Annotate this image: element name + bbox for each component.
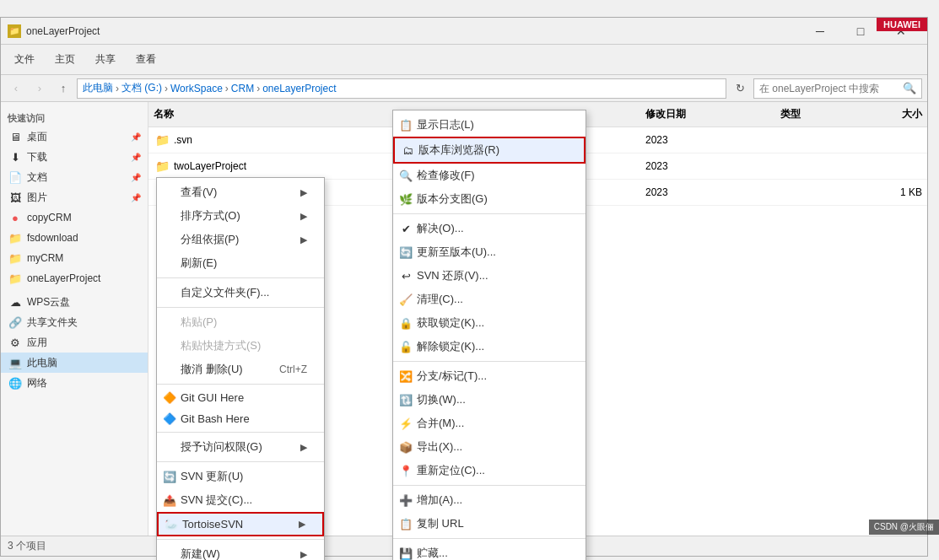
menu-item-refresh[interactable]: 刷新(E): [157, 251, 324, 275]
csdn-badge: CSDN @火眼俪: [869, 520, 939, 535]
new-arrow: ▶: [300, 549, 307, 560]
ribbon-tab-home[interactable]: 主页: [45, 49, 85, 70]
sidebar-item-shared[interactable]: 🔗 共享文件夹: [1, 312, 148, 332]
svn-menu-repobrowser[interactable]: 🗂 版本库浏览器(R): [393, 137, 586, 164]
svn-menu-checkmod[interactable]: 🔍 检查修改(F): [393, 164, 586, 187]
refresh-icon: [162, 256, 177, 271]
sidebar-item-documents[interactable]: 📄 文档 📌: [1, 167, 148, 187]
group-arrow: ▶: [300, 234, 307, 245]
menu-item-new[interactable]: 新建(W) ▶: [157, 542, 324, 560]
menu-item-svncommit[interactable]: 📤 SVN 提交(C)...: [157, 488, 324, 512]
svn-menu-cleanup[interactable]: 🧹 清理(C)...: [393, 288, 586, 311]
header-date[interactable]: 修改日期: [640, 105, 775, 123]
sidebar-label-copycrm: copyCRM: [27, 212, 72, 223]
sep3: ›: [225, 83, 229, 94]
menu-item-undo[interactable]: 撤消 删除(U) Ctrl+Z: [157, 358, 324, 381]
menu-item-access[interactable]: 授予访问权限(G) ▶: [157, 435, 324, 459]
svn-menu-revert[interactable]: ↩ SVN 还原(V)...: [393, 264, 586, 288]
pin-icon-desktop: 📌: [131, 132, 141, 142]
svn-menu-revgraph[interactable]: 🌿 版本分支图(G): [393, 187, 586, 211]
sidebar-item-copycrm[interactable]: ● copyCRM: [1, 207, 148, 228]
revert-icon: ↩: [398, 268, 413, 283]
ribbon-tab-file[interactable]: 文件: [4, 49, 45, 70]
file-date-svn: 2023: [640, 132, 775, 148]
tortoisesvn-icon: 🦢: [164, 517, 179, 532]
menu-item-gitgui[interactable]: 🔶 Git GUI Here: [157, 387, 324, 408]
sidebar-item-desktop[interactable]: 🖥 桌面 📌: [1, 127, 148, 147]
sidebar-label-onelayer: oneLayerProject: [27, 272, 100, 284]
breadcrumb-project[interactable]: oneLayerProject: [262, 83, 336, 94]
maximize-button[interactable]: □: [841, 19, 880, 43]
breadcrumb-workspace[interactable]: WorkSpace: [170, 83, 223, 94]
svn-menu-getlock[interactable]: 🔒 获取锁定(K)...: [393, 311, 586, 335]
address-bar[interactable]: 此电脑 › 文档 (G:) › WorkSpace › CRM › oneLay…: [77, 78, 726, 99]
svn-menu-switch[interactable]: 🔃 切换(W)...: [393, 388, 586, 412]
mycrm-icon: 📁: [8, 250, 23, 266]
export-icon: 📦: [398, 439, 413, 455]
svn-menu-showlog[interactable]: 📋 显示日志(L): [393, 113, 586, 137]
refresh-button[interactable]: ↻: [730, 78, 750, 99]
svn-sep3: [393, 485, 586, 486]
file-date-twolayer: 2023: [640, 159, 775, 174]
sidebar-label-pictures: 图片: [27, 191, 47, 205]
svn-menu-merge[interactable]: ⚡ 合并(M)...: [393, 412, 586, 435]
sidebar-item-apps[interactable]: ⚙ 应用: [1, 332, 148, 353]
menu-item-gitbash[interactable]: 🔷 Git Bash Here: [157, 408, 324, 429]
file-date-txt: 2023: [640, 185, 775, 200]
header-type[interactable]: 类型: [775, 105, 860, 123]
sidebar-item-pc[interactable]: 💻 此电脑: [1, 353, 148, 373]
svn-menu-export[interactable]: 📦 导出(X)...: [393, 435, 586, 459]
svn-menu-stash[interactable]: 💾 贮藏...: [393, 541, 586, 560]
svn-menu-copyurl[interactable]: 📋 复制 URL: [393, 512, 586, 536]
sidebar-item-pictures[interactable]: 🖼 图片 📌: [1, 187, 148, 207]
tortoisesvn-submenu: 📋 显示日志(L) 🗂 版本库浏览器(R) 🔍 检查修改(F) 🌿 版本分支图(…: [392, 110, 586, 560]
paste-icon: [162, 315, 177, 330]
sidebar-item-mycrm[interactable]: 📁 myCRM: [1, 248, 148, 268]
sidebar-item-onelayer[interactable]: 📁 oneLayerProject: [1, 268, 148, 288]
svn-menu-releaselock[interactable]: 🔓 解除锁定(K)...: [393, 335, 586, 358]
sort-arrow: ▶: [300, 211, 307, 222]
svn-menu-add[interactable]: ➕ 增加(A)...: [393, 488, 586, 512]
fsdownload-icon: 📁: [8, 230, 23, 245]
breadcrumb-docs[interactable]: 文档 (G:): [121, 81, 162, 95]
branch-icon: 🔀: [398, 369, 413, 384]
svn-menu-branch[interactable]: 🔀 分支/标记(T)...: [393, 364, 586, 388]
forward-button[interactable]: ›: [30, 78, 50, 99]
header-size[interactable]: 大小: [860, 105, 927, 123]
minimize-button[interactable]: ─: [801, 19, 839, 43]
back-button[interactable]: ‹: [6, 78, 26, 99]
downloads-icon: ⬇: [8, 149, 23, 164]
tortoisesvn-arrow: ▶: [299, 519, 305, 530]
menu-item-group[interactable]: 分组依据(P) ▶: [157, 228, 324, 251]
svn-menu-relocate[interactable]: 📍 重新定位(C)...: [393, 459, 586, 482]
breadcrumb-pc[interactable]: 此电脑: [83, 81, 113, 95]
gitgui-icon: 🔶: [162, 390, 177, 406]
copyurl-icon: 📋: [398, 516, 413, 531]
search-bar[interactable]: 🔍: [753, 78, 922, 99]
menu-item-paste[interactable]: 粘贴(P): [157, 310, 324, 334]
undo-shortcut: Ctrl+Z: [262, 363, 307, 375]
svn-menu-updaterev[interactable]: 🔄 更新至版本(U)...: [393, 240, 586, 264]
menu-item-paste-shortcut[interactable]: 粘贴快捷方式(S): [157, 334, 324, 358]
sidebar-item-downloads[interactable]: ⬇ 下载 📌: [1, 147, 148, 167]
menu-item-tortoisesvn[interactable]: 🦢 TortoiseSVN ▶: [157, 512, 324, 536]
updaterev-icon: 🔄: [398, 245, 413, 260]
ribbon-tab-share[interactable]: 共享: [85, 49, 126, 70]
sidebar-item-wps[interactable]: ☁ WPS云盘: [1, 292, 148, 312]
ribbon-tab-view[interactable]: 查看: [126, 49, 166, 70]
breadcrumb-crm[interactable]: CRM: [231, 83, 254, 94]
up-button[interactable]: ↑: [53, 78, 73, 99]
sep5: [157, 461, 324, 462]
menu-item-customize[interactable]: 自定义文件夹(F)...: [157, 281, 324, 304]
search-input[interactable]: [759, 83, 903, 94]
sidebar-item-fsdownload[interactable]: 📁 fsdownload: [1, 228, 148, 248]
undo-icon: [162, 362, 177, 377]
sidebar-label-documents: 文档: [27, 170, 47, 185]
wps-icon: ☁: [8, 294, 23, 310]
menu-item-view[interactable]: 查看(V) ▶: [157, 180, 324, 204]
svn-menu-resolve[interactable]: ✔ 解决(O)...: [393, 217, 586, 240]
sidebar-item-network[interactable]: 🌐 网络: [1, 373, 148, 393]
switch-icon: 🔃: [398, 392, 413, 407]
menu-item-svnupdate[interactable]: 🔄 SVN 更新(U): [157, 465, 324, 488]
menu-item-sort[interactable]: 排序方式(O) ▶: [157, 204, 324, 228]
